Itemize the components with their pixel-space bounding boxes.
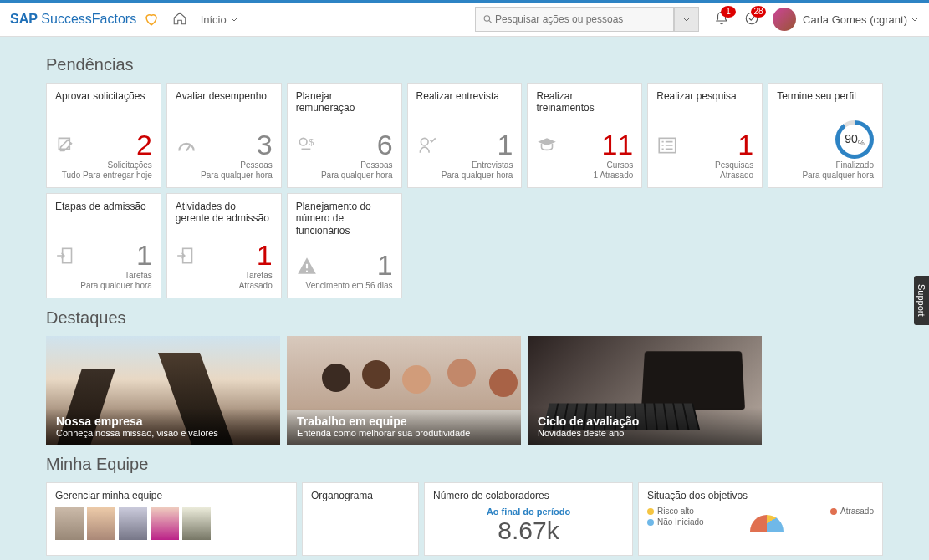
panel-headcount[interactable]: Número de colaboradores Ao final do perí… <box>424 482 633 556</box>
tile-footer: FinalizadoPara qualquer hora <box>777 160 874 181</box>
panel-title: Situação dos objetivos <box>647 490 874 501</box>
tile-value: 1 <box>257 241 273 269</box>
tile-value: 1 <box>498 130 513 159</box>
panel-title: Número de colaboradores <box>433 490 624 501</box>
legend-high: Risco alto <box>657 507 694 516</box>
pie-chart-icon <box>750 515 784 532</box>
highlight-sub: Novidades deste ano <box>538 428 752 438</box>
pending-tile[interactable]: Planejamento do número de funcionários1V… <box>287 193 402 298</box>
svg-point-4 <box>421 138 428 145</box>
section-title-highlights: Destaques <box>46 308 883 328</box>
highlight-title: Ciclo de avaliação <box>538 415 752 428</box>
home-icon[interactable] <box>172 11 187 28</box>
highlight-card[interactable]: Nossa empresaConheça nossa missão, visão… <box>46 336 280 445</box>
edit-icon <box>55 135 77 159</box>
pending-tiles: Aprovar solicitações2SolicitaçõesTudo Pa… <box>46 83 883 298</box>
tile-footer: TarefasAtrasado <box>176 271 273 291</box>
svg-point-8 <box>306 270 308 272</box>
pending-tile[interactable]: Realizar pesquisa1PesquisasAtrasado <box>647 83 763 188</box>
tile-footer: PessoasPara qualquer hora <box>176 160 273 181</box>
tile-value: 1 <box>136 241 152 269</box>
grad-icon <box>536 135 558 159</box>
brand-sf: SuccessFactors <box>38 12 136 26</box>
heart-icon <box>144 12 159 27</box>
section-title-pending: Pendências <box>46 55 883 74</box>
tile-value: 1 <box>738 130 753 159</box>
search-dropdown[interactable] <box>674 7 699 32</box>
highlight-title: Trabalho em equipe <box>297 415 511 428</box>
panel-title: Gerenciar minha equipe <box>55 490 288 501</box>
nav-dropdown[interactable]: Início <box>201 13 238 26</box>
face-thumb[interactable] <box>151 507 179 540</box>
panel-manage-team[interactable]: Gerenciar minha equipe <box>46 482 297 556</box>
panel-org-chart[interactable]: Organograma <box>302 482 419 556</box>
notif-badge-2: 28 <box>751 6 766 18</box>
chevron-down-icon <box>682 15 691 23</box>
warn-icon <box>296 255 318 279</box>
headcount-value: 8.67k <box>433 517 624 545</box>
chevron-down-icon <box>911 15 919 23</box>
pending-tile[interactable]: Realizar entrevista1EntrevistasPara qual… <box>407 83 523 188</box>
top-bar: SAP SuccessFactors Início 1 28 Carla Gom… <box>0 0 929 37</box>
highlight-card[interactable]: Trabalho em equipeEntenda como melhorar … <box>287 336 521 445</box>
tile-footer: EntrevistasPara qualquer hora <box>416 160 513 181</box>
highlight-sub: Conheça nossa missão, visão e valores <box>56 428 270 438</box>
tile-title: Realizar pesquisa <box>656 90 753 102</box>
highlight-sub: Entenda como melhorar sua produtividade <box>297 428 511 438</box>
user-menu[interactable]: Carla Gomes (cgrant) <box>803 13 919 26</box>
headcount-sub: Ao final do período <box>433 507 624 517</box>
door-icon <box>55 245 77 269</box>
tile-footer: PessoasPara qualquer hora <box>296 160 393 181</box>
check-icon <box>416 135 438 159</box>
tile-title: Etapas de admissão <box>55 201 152 212</box>
brand-sap: SAP <box>10 12 38 26</box>
pending-tile[interactable]: Avaliar desempenho3PessoasPara qualquer … <box>166 83 282 188</box>
highlight-card[interactable]: Ciclo de avaliaçãoNovidades deste ano <box>528 336 762 445</box>
support-tab[interactable]: Support <box>914 276 929 325</box>
list-icon <box>656 135 678 159</box>
tile-value: 3 <box>257 130 273 159</box>
pending-tile[interactable]: Aprovar solicitações2SolicitaçõesTudo Pa… <box>46 83 161 188</box>
tile-footer: Cursos1 Atrasado <box>536 160 633 181</box>
tile-value: 6 <box>377 130 393 159</box>
tile-value: 1 <box>377 251 393 279</box>
nav-label: Início <box>201 13 227 26</box>
team-faces <box>55 507 288 540</box>
face-thumb[interactable] <box>182 507 211 540</box>
progress-ring-icon: 90% <box>835 120 874 159</box>
search-input[interactable] <box>493 13 666 26</box>
tile-title: Realizar entrevista <box>416 90 513 102</box>
user-avatar[interactable] <box>773 8 796 31</box>
legend-late: Atrasado <box>840 507 874 516</box>
tile-footer: Vencimento em 56 dias <box>296 281 393 291</box>
face-thumb[interactable] <box>55 507 84 540</box>
gauge-icon <box>176 135 197 159</box>
section-title-team: Minha Equipe <box>46 455 883 474</box>
search-icon <box>482 13 493 25</box>
notifications-todo[interactable]: 28 <box>744 11 759 28</box>
tile-value: 2 <box>136 130 152 159</box>
tile-footer: SolicitaçõesTudo Para entregar hoje <box>55 160 152 181</box>
pending-tile[interactable]: Realizar treinamentos11Cursos1 Atrasado <box>527 83 642 188</box>
tile-title: Planejamento do número de funcionários <box>296 201 393 237</box>
face-thumb[interactable] <box>119 507 147 540</box>
face-thumb[interactable] <box>87 507 115 540</box>
pending-tile[interactable]: Termine seu perfil90%FinalizadoPara qual… <box>768 83 883 188</box>
team-panels: Gerenciar minha equipe Organograma Númer… <box>46 482 883 556</box>
tile-title: Planejar remuneração <box>296 90 393 115</box>
tile-title: Realizar treinamentos <box>536 90 633 115</box>
chevron-down-icon <box>230 15 238 23</box>
tile-title: Aprovar solicitações <box>55 90 152 102</box>
brand-logo[interactable]: SAP SuccessFactors <box>10 12 159 28</box>
tile-value: 11 <box>601 130 633 159</box>
pending-tile[interactable]: Atividades do gerente de admissão1Tarefa… <box>166 193 282 298</box>
notifications-bell[interactable]: 1 <box>714 11 729 28</box>
tile-title: Avaliar desempenho <box>176 90 273 102</box>
pending-tile[interactable]: Planejar remuneração$6PessoasPara qualqu… <box>287 83 402 188</box>
pending-tile[interactable]: Etapas de admissão1TarefasPara qualquer … <box>46 193 161 298</box>
svg-text:$: $ <box>309 137 314 147</box>
panel-goal-status[interactable]: Situação dos objetivos Risco alto Não In… <box>638 482 883 556</box>
tile-footer: PesquisasAtrasado <box>656 160 753 181</box>
search-box[interactable] <box>475 7 674 32</box>
tile-footer: TarefasPara qualquer hora <box>55 271 152 291</box>
